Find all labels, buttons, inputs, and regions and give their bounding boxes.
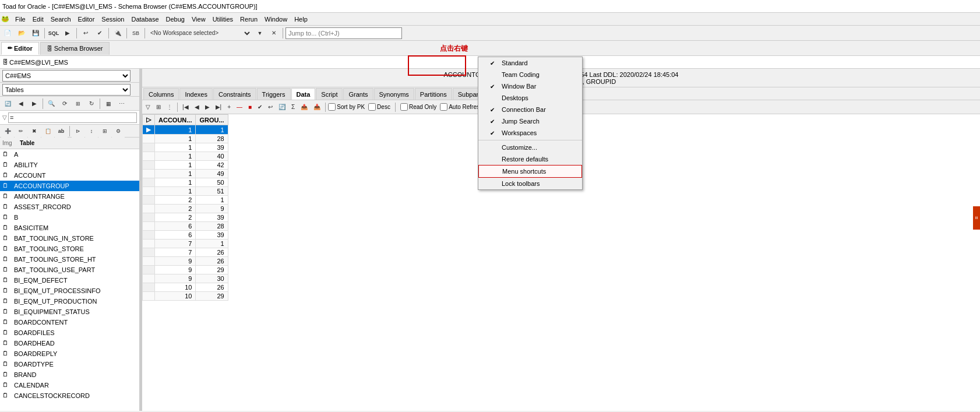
- table-cell[interactable]: 1: [155, 125, 196, 135]
- table-cell[interactable]: 10: [155, 283, 196, 292]
- menu-item-window[interactable]: Window: [261, 15, 291, 24]
- table-cell[interactable]: 51: [196, 187, 228, 196]
- table-cell[interactable]: 2: [155, 213, 196, 222]
- table-cell[interactable]: 7: [155, 240, 196, 248]
- table-cell[interactable]: 50: [196, 178, 228, 187]
- table-row[interactable]: 128: [143, 135, 228, 143]
- filter-btn[interactable]: 🔍: [45, 97, 58, 110]
- post-btn[interactable]: ✔: [255, 103, 265, 111]
- table-cell[interactable]: 28: [196, 222, 228, 231]
- table-row[interactable]: 1029: [143, 292, 228, 301]
- menu-item-file[interactable]: File: [12, 15, 29, 24]
- grid-btn[interactable]: ▦: [102, 97, 115, 110]
- table-cell[interactable]: 39: [196, 231, 228, 240]
- table-cell[interactable]: 10: [155, 292, 196, 301]
- table-cell[interactable]: 26: [196, 248, 228, 257]
- list-item[interactable]: 🗒BI_EQM_DEFECT: [0, 275, 139, 286]
- menu-item-database[interactable]: Database: [128, 15, 162, 24]
- table-row[interactable]: 926: [143, 257, 228, 266]
- table-cell[interactable]: 9: [155, 266, 196, 274]
- menu-item-help[interactable]: Help: [291, 15, 311, 24]
- filter-input[interactable]: [8, 112, 137, 123]
- table-cell[interactable]: 1: [196, 196, 228, 205]
- ws-btn2[interactable]: ✕: [267, 27, 280, 40]
- connect-btn[interactable]: 🔌: [111, 27, 124, 40]
- obj-tab-script[interactable]: Script: [316, 88, 343, 100]
- add-rec-btn[interactable]: +: [225, 103, 233, 111]
- list-item[interactable]: 🗒BOARDTYPE: [0, 359, 139, 369]
- table-cell[interactable]: 2: [155, 205, 196, 213]
- ab-btn[interactable]: ab: [55, 125, 68, 138]
- next-btn[interactable]: ▶: [28, 97, 41, 110]
- list-item[interactable]: 🗒ASSEST_RRCORD: [0, 202, 139, 212]
- desc-checkbox[interactable]: [368, 103, 376, 111]
- list-item[interactable]: 🗒BOARDREPLY: [0, 348, 139, 359]
- menu-item-editor[interactable]: Editor: [75, 15, 98, 24]
- table-cell[interactable]: 39: [196, 143, 228, 152]
- data-btn2[interactable]: ⋮: [164, 103, 175, 111]
- table-cell[interactable]: 26: [196, 257, 228, 266]
- rollback-btn[interactable]: ↩: [79, 27, 92, 40]
- sort-btn[interactable]: ↕: [85, 125, 98, 138]
- obj-tab-partitions[interactable]: Partitions: [415, 88, 452, 100]
- table-row[interactable]: 151: [143, 187, 228, 196]
- table-cell[interactable]: 2: [155, 196, 196, 205]
- menu-item-view[interactable]: View: [188, 15, 209, 24]
- table-row[interactable]: 930: [143, 274, 228, 283]
- sync-btn[interactable]: ⟳: [58, 97, 71, 110]
- schema-select[interactable]: C##EMS: [2, 70, 131, 82]
- list-item[interactable]: 🗒BOARDHEAD: [0, 338, 139, 348]
- list-item[interactable]: 🗒ACCOUNT: [0, 170, 139, 181]
- next-rec-btn[interactable]: ▶: [203, 103, 212, 111]
- save-btn[interactable]: 💾: [29, 27, 42, 40]
- list-item[interactable]: 🗒BRAND: [0, 369, 139, 380]
- auto-refresh-checkbox[interactable]: [440, 103, 447, 111]
- read-only-check[interactable]: Read Only: [400, 103, 436, 111]
- sort-pk-checkbox[interactable]: [328, 103, 336, 111]
- props-btn[interactable]: ⚙: [112, 125, 125, 138]
- list-item[interactable]: 🗒ABILITY: [0, 160, 139, 170]
- list-item[interactable]: 🗒BI_EQM_UT_PRODUCTION: [0, 296, 139, 307]
- cm-item-connection-bar[interactable]: ✔Connection Bar: [478, 104, 582, 115]
- obj-tab-columns[interactable]: Columns: [143, 88, 179, 100]
- desc-check[interactable]: Desc: [368, 103, 390, 111]
- obj-tab-grants[interactable]: Grants: [343, 88, 373, 100]
- obj-tab-data[interactable]: Data: [291, 88, 316, 100]
- list-item[interactable]: 🗒BOARDFILES: [0, 328, 139, 338]
- first-btn[interactable]: |◀: [180, 103, 191, 111]
- table-row[interactable]: 140: [143, 152, 228, 161]
- cm-item-restore-defaults[interactable]: Restore defaults: [478, 153, 582, 165]
- table-row[interactable]: 149: [143, 170, 228, 178]
- refresh-data-btn[interactable]: 🔄: [276, 103, 288, 111]
- cm-item-standard[interactable]: ✔Standard: [478, 57, 582, 69]
- table-cell[interactable]: 1: [155, 187, 196, 196]
- cm-item-team-coding[interactable]: Team Coding: [478, 69, 582, 80]
- prev-rec-btn[interactable]: ◀: [192, 103, 202, 111]
- menu-item-session[interactable]: Session: [98, 15, 128, 24]
- obj-tab-synonyms[interactable]: Synonyms: [374, 88, 414, 100]
- table-cell[interactable]: 6: [155, 222, 196, 231]
- refresh-btn[interactable]: 🔄: [1, 97, 14, 110]
- table-cell[interactable]: 1: [155, 143, 196, 152]
- prev-btn[interactable]: ◀: [15, 97, 27, 110]
- menu-item-edit[interactable]: Edit: [29, 15, 47, 24]
- sidebar-list[interactable]: 🗒A🗒ABILITY🗒ACCOUNT🗒ACCOUNTGROUP🗒AMOUNTRA…: [0, 149, 139, 411]
- import-btn[interactable]: 📥: [311, 103, 323, 111]
- list-item[interactable]: 🗒BAT_TOOLING_IN_STORE: [0, 233, 139, 244]
- last-btn[interactable]: ▶|: [213, 103, 224, 111]
- cm-item-customize...[interactable]: Customize...: [478, 142, 582, 153]
- sum-btn[interactable]: Σ: [289, 103, 297, 111]
- menu-item-search[interactable]: Search: [47, 15, 75, 24]
- filter-data-btn[interactable]: ▽: [143, 103, 153, 111]
- table-row[interactable]: 929: [143, 266, 228, 274]
- jump-search-input[interactable]: [285, 27, 402, 39]
- workspace-select[interactable]: <No Workspace selected>: [147, 27, 252, 39]
- table-cell[interactable]: 6: [155, 231, 196, 240]
- menu-item-utilities[interactable]: Utilities: [209, 15, 237, 24]
- table-cell[interactable]: 40: [196, 152, 228, 161]
- table-cell[interactable]: 29: [196, 266, 228, 274]
- th-accountid[interactable]: ACCOUN...: [155, 115, 196, 125]
- list-item[interactable]: 🗒CANCELSTOCKRECORD: [0, 390, 139, 401]
- tab-schema-browser[interactable]: 🗄 Schema Browser: [40, 42, 110, 55]
- list-item[interactable]: 🗒AMOUNTRANGE: [0, 191, 139, 202]
